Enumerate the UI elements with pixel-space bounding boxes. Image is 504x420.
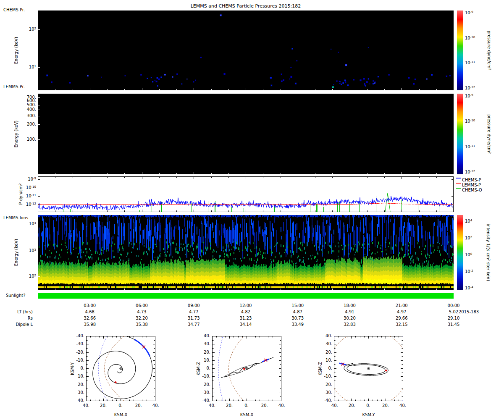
ephemeris-value: 35.38	[129, 322, 155, 327]
pressure-line-plot	[38, 176, 454, 212]
ephemeris-row-label: Rs	[2, 316, 33, 321]
orbit1-xtick-label: 40.	[79, 403, 93, 408]
orbit2-ytick-label: -30.	[195, 390, 210, 395]
orbit2-ytick-label: 40.	[195, 333, 210, 339]
ephemeris-value: 30.20	[337, 316, 362, 321]
ephemeris-value: 34.14	[233, 322, 258, 327]
figure: LEMMS and CHEMS Particle Pressures 2015:…	[0, 0, 504, 420]
p2-ytick-label: 400.	[18, 107, 36, 112]
sunlight-label: Sunlight?	[6, 293, 26, 298]
ephemeris-value: 35.98	[77, 322, 102, 327]
orbit3-ytick-label: 40.	[317, 333, 332, 339]
orbit1-ytick-label: -20.	[69, 350, 84, 355]
orbit3-ytick-label: -20.	[317, 382, 332, 387]
cb4-tick-label: 10-4	[465, 286, 483, 291]
p1-ytick-label: 102	[18, 27, 36, 32]
lemms-panel-label: LEMMS Pr.	[3, 84, 25, 89]
lemms-pressure-spectrogram	[38, 94, 454, 174]
cb1-tick-label: 10-10	[465, 36, 483, 41]
p3-ytick-label: 10-11	[18, 194, 36, 199]
sunlight-bar	[38, 293, 454, 299]
orbit-plot-ksmy-ksmz	[334, 336, 403, 401]
orbit1-xtick-label: 0.	[113, 403, 128, 408]
cb2-caption: pressure dyne/cm2	[487, 114, 491, 154]
lemms-ions-spectrogram	[38, 215, 454, 290]
ephemeris-value: 4.82	[233, 310, 258, 315]
orbit2-xtick-label: 0.	[239, 403, 254, 408]
ephemeris-value: 29.10	[441, 316, 466, 321]
colorbar-intensity	[457, 215, 463, 290]
figure-title: LEMMS and CHEMS Particle Pressures 2015:…	[191, 3, 301, 9]
ephemeris-value: 4.68	[77, 310, 102, 315]
cb1-caption: pressure dyne/cm2	[487, 31, 491, 70]
colorbar-pressure-1	[457, 10, 463, 90]
legend-swatch	[456, 178, 461, 178]
cb1-tick-label: 10-12	[465, 86, 483, 91]
time-tick-label: 21:00	[391, 303, 412, 308]
ephemeris-value: 30.73	[285, 316, 310, 321]
ephemeris-value: 29.66	[389, 316, 414, 321]
ephemeris-value: 32.83	[337, 322, 362, 327]
orbit2-ylabel: KSM-Z	[196, 362, 201, 375]
colorbar-pressure-2	[457, 94, 463, 174]
ephemeris-value: 4.77	[181, 310, 206, 315]
time-tick-label: 06:00	[131, 303, 152, 308]
orbit3-xtick-label: 20.	[378, 403, 393, 408]
time-tick-label: 15:00	[287, 303, 308, 308]
orbit2-ytick-label: 20.	[195, 350, 210, 355]
orbit1-xlabel: KSM-X	[108, 412, 134, 417]
ephemeris-row-label: LT (hrs)	[2, 310, 33, 315]
orbit-plot-ksmx-ksmy	[86, 336, 155, 401]
ephemeris-value: 4.87	[285, 310, 310, 315]
orbit3-xtick-label: 40.	[396, 403, 410, 408]
orbit2-ytick-label: -40.	[195, 398, 210, 403]
p2-ytick-label: 300.	[18, 113, 36, 118]
ephemeris-value: 32.15	[389, 322, 414, 327]
orbit2-xlabel: KSM-X	[234, 412, 260, 417]
time-tick-label: 18:00	[339, 303, 360, 308]
time-tick-label: 03:00	[79, 303, 100, 308]
p2-ytick-label: 100.	[18, 137, 36, 142]
orbit3-xtick-label: -20.	[344, 403, 358, 408]
cb2-tick-label: 10-12	[465, 170, 483, 175]
ephemeris-value: 31.23	[233, 316, 258, 321]
p2-ytick-label: 200.	[18, 122, 36, 127]
ephemeris-value: 4.73	[129, 310, 155, 315]
legend-label: CHEMS-P	[462, 178, 487, 183]
ephemeris-value: 34.77	[181, 322, 206, 327]
cb1-tick-label: 10-9	[465, 10, 483, 16]
cb4-tick-label: 102	[465, 236, 483, 241]
cb1-tick-label: 10-11	[465, 60, 483, 66]
legend-swatch	[456, 183, 461, 184]
legend-label: LEMMS-P	[462, 183, 487, 188]
orbit3-ylabel: KSM-Z	[318, 362, 323, 375]
p4-ytick-label: 104	[18, 221, 36, 227]
orbit3-ytick-label: 30.	[317, 341, 332, 346]
orbit1-xtick-label: -20.	[131, 403, 145, 408]
orbit1-xtick-label: 20.	[96, 403, 110, 408]
orbit1-ytick-label: 30.	[69, 390, 84, 395]
p4-ytick-label: 102	[18, 274, 36, 279]
chems-panel-label: CHEMS Pr.	[3, 8, 25, 12]
legend-label: CHEMS-O	[462, 188, 487, 193]
time-tick-label: 09:00	[183, 303, 204, 308]
ephemeris-value: 32.66	[77, 316, 102, 321]
orbit3-ytick-label: -40.	[317, 398, 332, 403]
cb4-tick-label: 10-2	[465, 269, 483, 275]
ephemeris-value: 4.91	[337, 310, 362, 315]
orbit-plot-ksmx-ksmz	[212, 336, 281, 401]
orbit1-ytick-label: 40.	[69, 398, 84, 403]
ephemeris-value: 5.02	[441, 310, 466, 315]
orbit1-ytick-label: -10.	[69, 358, 84, 363]
orbit2-xtick-label: -40.	[274, 403, 288, 408]
p4-ytick-label: 103	[18, 248, 36, 254]
orbit1-ytick-label: 20.	[69, 382, 84, 387]
p3-ytick-label: 10-9	[18, 177, 36, 182]
cb4-tick-label: 100	[465, 252, 483, 258]
orbit2-ytick-label: -20.	[195, 382, 210, 387]
ephemeris-value: 31.45	[441, 322, 466, 327]
p1-ytick-label: 101	[18, 65, 36, 70]
p1-ylabel: Energy (keV)	[14, 37, 18, 64]
orbit1-ytick-label: -30.	[69, 341, 84, 346]
orbit2-xtick-label: 20.	[222, 403, 236, 408]
